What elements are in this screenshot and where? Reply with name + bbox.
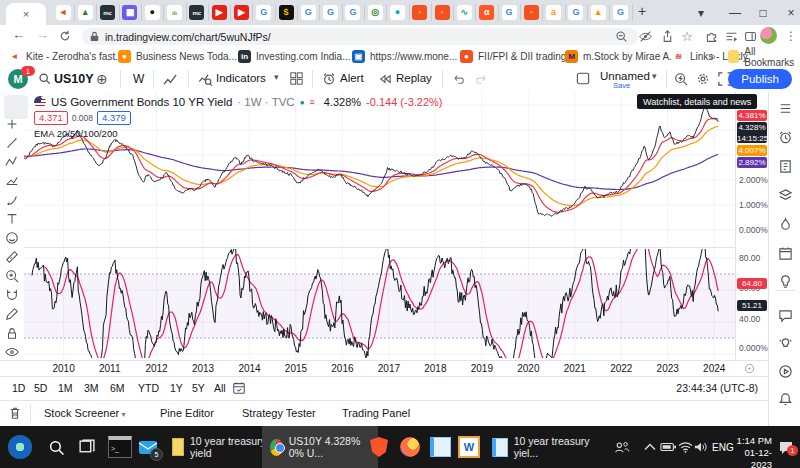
calendar-icon[interactable] [776,244,795,263]
task-view-icon[interactable] [78,434,95,460]
go-to-date-calendar-icon[interactable] [232,381,246,395]
all-bookmarks-button[interactable]: All Bookmarks [728,49,800,64]
timeframe-1Y[interactable]: 1Y [170,382,183,394]
chart-area[interactable]: US Government Bonds 10 YR Yield · 1W · T… [24,92,735,360]
window-close-button[interactable]: × [778,0,800,25]
emoji-icon[interactable] [2,229,22,247]
panel-tab-trading-panel[interactable]: Trading Panel [342,407,410,419]
legend-menu-icon[interactable]: ≡ [309,97,314,107]
pinned-tab-13[interactable]: G [342,4,365,21]
screener-chevron-icon[interactable]: ▾ [119,410,125,419]
year-tick-2021[interactable]: 2021 [564,363,586,374]
forward-icon[interactable]: → [36,27,49,42]
word-icon[interactable]: W [458,434,480,460]
pinned-tab-23[interactable]: G [565,4,588,21]
symbol-search-icon[interactable] [38,72,51,85]
axis-settings-icon[interactable] [744,363,755,374]
compare-add-icon[interactable]: ⊕ [96,71,108,87]
replay-icon[interactable] [378,73,392,85]
tray-clock[interactable]: 1:14 PM 01-12-2023 [730,435,772,468]
start-button[interactable] [8,434,32,460]
bookmark-item-1[interactable]: ●Business News Toda... [118,49,237,64]
replay-button[interactable]: Replay [396,72,432,84]
pinned-tab-17[interactable]: ◦ [431,4,454,21]
panel-tab-stock-screener[interactable]: Stock Screener ▾ [44,407,125,419]
undo-icon[interactable] [452,73,466,85]
text-tool-icon[interactable] [2,210,22,228]
time-axis[interactable]: 2010201120122013201420152016201720182019… [0,360,768,377]
window-maximize-button[interactable]: □ [750,0,776,25]
wifi-icon[interactable] [678,434,693,460]
layout-select-icon[interactable] [576,72,590,85]
forecast-position-icon[interactable] [2,172,22,190]
new-tab-button[interactable]: + [638,3,646,19]
pinned-tab-2[interactable]: mc [97,4,120,21]
bookmark-star-icon[interactable]: ☆ [678,27,696,45]
symbol-title[interactable]: US Government Bonds 10 YR Yield [51,96,232,108]
reload-icon[interactable] [56,27,74,45]
hide-drawings-eye-icon[interactable] [2,343,22,361]
bookmark-item-4[interactable]: ●FII/FPI & DII trading... [460,49,575,64]
share-icon[interactable] [658,27,676,45]
settings-gear-icon[interactable] [696,72,710,86]
year-tick-2010[interactable]: 2010 [53,363,75,374]
terminal-icon[interactable]: >_ [108,434,132,460]
pinned-tab-18[interactable]: ∿ [453,4,476,21]
magnet-icon[interactable] [2,286,22,304]
watchlist-icon[interactable] [776,99,795,118]
tab-close-icon[interactable]: × [23,8,29,20]
doc-window-button[interactable]: 10 year treasury yiel... [484,426,600,468]
object-tree-layers-icon[interactable] [776,186,795,205]
pattern-xabcd-icon[interactable] [2,153,22,171]
pinned-tab-19[interactable]: α [476,4,499,21]
panel-tab-pine-editor[interactable]: Pine Editor [160,407,214,419]
panel-tab-strategy-tester[interactable]: Strategy Tester [242,407,316,419]
note-window-button[interactable]: 10 year treasury yield [164,426,275,468]
publish-button[interactable]: Publish [728,69,792,89]
chart-type-icon[interactable] [163,73,180,86]
pinned-tab-21[interactable]: ◦ [520,4,543,21]
timeframe-1M[interactable]: 1M [58,382,73,394]
timeframe-5D[interactable]: 5D [34,382,47,394]
chat-icon[interactable] [776,306,795,325]
bookmarks-overflow-chevrons[interactable]: » [710,49,716,64]
ideas-bulb-icon[interactable] [776,272,795,291]
pinned-tab-14[interactable]: ◎ [364,4,387,21]
mail-icon[interactable]: 5 [138,434,158,460]
browser-menu-icon[interactable]: ⋮ [782,27,800,45]
pinned-tab-7[interactable]: ▶ [208,4,231,21]
symbol-search-input[interactable]: US10Y [54,72,94,86]
notebook-icon[interactable] [776,157,795,176]
zoom-page-icon[interactable] [612,27,630,45]
pinned-tab-22[interactable]: a [543,4,566,21]
year-tick-2024[interactable]: 2024 [703,363,725,374]
interval-button[interactable]: W [133,72,144,86]
pinned-tab-10[interactable]: $ [275,4,298,21]
timeframe-5Y[interactable]: 5Y [192,382,205,394]
taskbar-search-icon[interactable] [48,434,65,460]
app-icon[interactable] [430,434,451,460]
pinned-tab-6[interactable]: mc [186,4,209,21]
shows-play-icon[interactable] [776,362,795,381]
alert-button[interactable]: Alert [340,72,364,84]
trend-line-icon[interactable] [2,134,22,152]
brush-icon[interactable] [2,191,22,209]
pinned-tab-25[interactable]: G [610,4,633,21]
chrome-window-button[interactable]: US10Y 4.328% 0% U... [262,426,378,468]
bookmark-item-2[interactable]: inInvesting.com India... [238,49,351,64]
streams-bulb-icon[interactable] [776,334,795,353]
year-tick-2015[interactable]: 2015 [285,363,307,374]
remove-drawings-trash-icon[interactable] [8,406,22,421]
year-tick-2012[interactable]: 2012 [145,363,167,374]
timeframe-3M[interactable]: 3M [84,382,99,394]
lock-icon[interactable] [2,324,22,342]
brave-icon[interactable] [370,434,388,460]
year-tick-2014[interactable]: 2014 [238,363,260,374]
pinned-tab-0[interactable]: ◄ [52,4,75,21]
bookmark-item-0[interactable]: ◄Kite - Zerodha's fast... [8,49,124,64]
hotlists-flame-icon[interactable] [776,215,795,234]
timeframe-All[interactable]: All [214,382,226,394]
year-tick-2013[interactable]: 2013 [192,363,214,374]
pinned-tab-5[interactable]: ılı [164,4,187,21]
measure-ruler-icon[interactable] [2,248,22,266]
